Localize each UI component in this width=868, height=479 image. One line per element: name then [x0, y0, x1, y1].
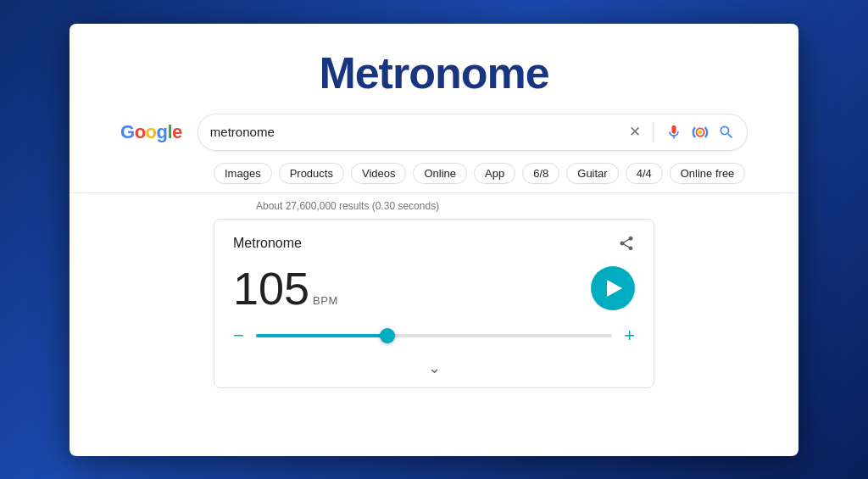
google-logo: G o o g l e [120, 121, 182, 143]
chip-videos[interactable]: Videos [351, 163, 407, 184]
slider-thumb[interactable] [380, 328, 395, 343]
decrease-bpm-button[interactable]: − [233, 326, 244, 345]
search-bar[interactable]: metronome ✕ [198, 114, 748, 151]
svg-point-2 [698, 130, 703, 134]
slider-fill [256, 334, 388, 337]
clear-icon: ✕ [629, 125, 641, 139]
mic-icon [665, 124, 682, 141]
share-icon [618, 235, 635, 252]
widget-title: Metronome [233, 236, 302, 251]
chip-images[interactable]: Images [214, 163, 272, 184]
logo-letter-g: G [120, 121, 135, 143]
filter-chips: Images Products Videos Online App 6/8 Gu… [70, 158, 798, 193]
results-count: About 27,600,000 results (0.30 seconds) [70, 193, 798, 219]
clear-button[interactable]: ✕ [629, 125, 641, 139]
lens-icon [691, 123, 709, 142]
browser-card: Metronome G o o g l e metronome ✕ [70, 24, 798, 456]
search-row: G o o g l e metronome ✕ [70, 114, 798, 151]
search-input[interactable]: metronome [210, 125, 629, 139]
search-button[interactable] [718, 124, 735, 141]
search-icon [718, 124, 735, 141]
bpm-value: 105 [233, 265, 309, 311]
voice-search-button[interactable] [665, 124, 682, 141]
slider-row: − + [233, 326, 635, 345]
expand-button[interactable]: ⌄ [428, 359, 441, 377]
play-button[interactable] [591, 266, 635, 310]
metronome-widget: Metronome 105 BPM − [214, 219, 654, 388]
play-icon [607, 280, 622, 297]
expand-row: ⌄ [233, 355, 635, 377]
bpm-display: 105 BPM [233, 265, 338, 311]
increase-bpm-button[interactable]: + [624, 326, 635, 345]
bpm-slider[interactable] [256, 334, 612, 337]
logo-letter-g2: g [157, 121, 168, 143]
bpm-unit: BPM [313, 294, 338, 307]
logo-letter-o1: o [135, 121, 146, 143]
logo-letter-o2: o [146, 121, 157, 143]
image-search-button[interactable] [691, 123, 709, 142]
widget-header: Metronome [233, 235, 635, 252]
chip-online[interactable]: Online [413, 163, 467, 184]
chip-app[interactable]: App [474, 163, 515, 184]
search-icons: ✕ [629, 122, 735, 142]
bpm-row: 105 BPM [233, 265, 635, 311]
chip-online-free[interactable]: Online free [670, 163, 746, 184]
chip-4-4[interactable]: 4/4 [626, 163, 663, 184]
logo-letter-e: e [172, 121, 182, 143]
page-title: Metronome [70, 24, 798, 114]
chip-guitar[interactable]: Guitar [566, 163, 618, 184]
chip-6-8[interactable]: 6/8 [522, 163, 559, 184]
share-button[interactable] [618, 235, 635, 252]
chip-products[interactable]: Products [279, 163, 344, 184]
divider [653, 122, 654, 142]
